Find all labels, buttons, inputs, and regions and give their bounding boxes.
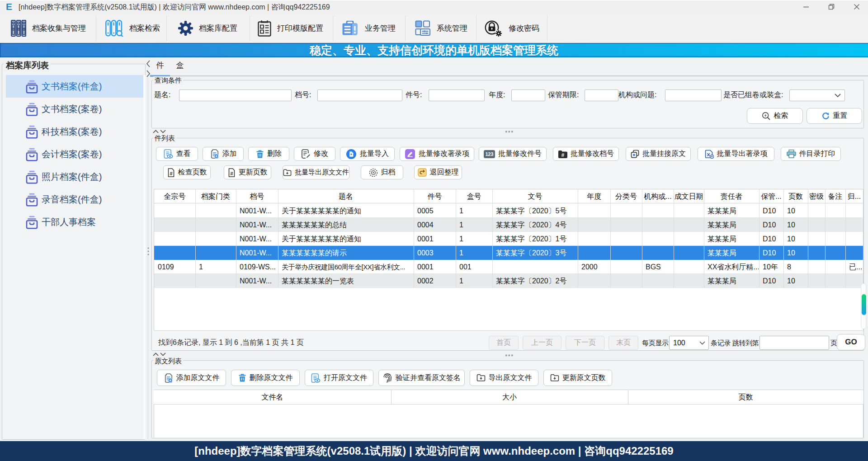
svg-text:#: # (170, 170, 172, 176)
svg-text:123: 123 (486, 151, 494, 157)
svg-text:#: # (561, 152, 565, 157)
svg-text:#: # (230, 170, 233, 176)
